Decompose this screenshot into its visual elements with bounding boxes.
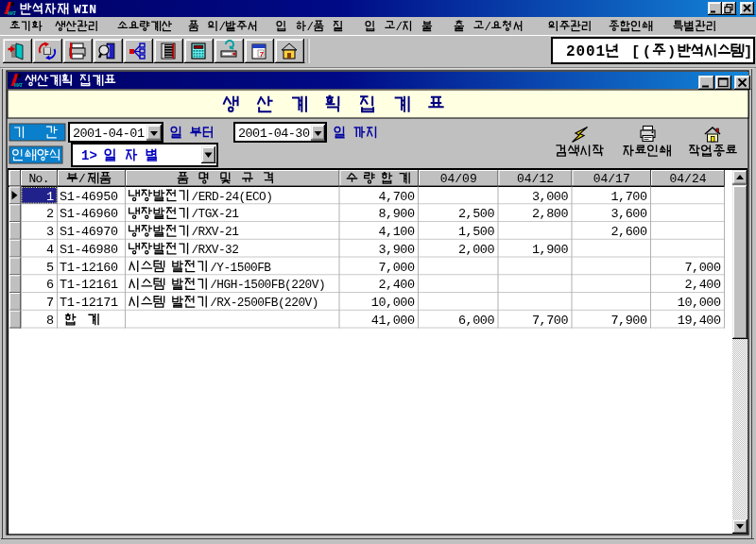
svg-text:7,700: 7,700 <box>532 314 569 328</box>
svg-text:2,600: 2,600 <box>611 225 648 239</box>
svg-text:/: / <box>484 21 491 34</box>
svg-text:2,400: 2,400 <box>379 278 416 292</box>
svg-text:S1-46980: S1-46980 <box>60 243 118 257</box>
svg-text:1,500: 1,500 <box>458 225 495 239</box>
svg-text:2001-04-01: 2001-04-01 <box>73 127 145 141</box>
svg-text:2: 2 <box>46 207 54 221</box>
svg-text:/: / <box>306 21 314 34</box>
svg-text:1: 1 <box>46 190 54 204</box>
svg-text:2,800: 2,800 <box>532 207 569 221</box>
svg-text:/TGX-21: /TGX-21 <box>192 207 240 221</box>
svg-text:/ERD-24(ECO): /ERD-24(ECO) <box>192 190 273 204</box>
svg-text:10,000: 10,000 <box>678 296 721 310</box>
svg-text:7,000: 7,000 <box>379 261 416 275</box>
svg-text:7: 7 <box>260 50 265 59</box>
svg-text:8: 8 <box>46 314 54 328</box>
svg-text:/: / <box>218 21 226 34</box>
svg-text:1,700: 1,700 <box>611 190 648 204</box>
svg-text:/: / <box>78 172 86 186</box>
svg-text:3,000: 3,000 <box>532 190 569 204</box>
svg-text:MAT: MAT <box>14 83 23 88</box>
svg-text:2,500: 2,500 <box>458 207 495 221</box>
svg-text:4,700: 4,700 <box>379 190 416 204</box>
svg-text:S1-46970: S1-46970 <box>60 225 118 239</box>
svg-text:04/09: 04/09 <box>440 172 477 186</box>
svg-text:/HGH-1500FB(220V): /HGH-1500FB(220V) <box>210 278 325 292</box>
svg-text:1>: 1> <box>81 148 97 163</box>
svg-text:04/17: 04/17 <box>593 172 630 186</box>
svg-text:/Y-1500FB: /Y-1500FB <box>210 261 271 275</box>
svg-text:8,900: 8,900 <box>379 207 416 221</box>
svg-text:2,000: 2,000 <box>458 243 495 257</box>
svg-text:6: 6 <box>46 278 54 292</box>
svg-text:7,000: 7,000 <box>685 261 722 275</box>
svg-text:6,000: 6,000 <box>458 314 495 328</box>
svg-text:No.: No. <box>29 172 50 186</box>
svg-text:19,400: 19,400 <box>678 314 721 328</box>
svg-text:T1-12161: T1-12161 <box>60 278 118 292</box>
svg-text:/RX-2500FB(220V): /RX-2500FB(220V) <box>210 296 318 310</box>
svg-text:/: / <box>395 21 403 34</box>
svg-text:4: 4 <box>46 243 54 257</box>
svg-text:5: 5 <box>46 261 54 275</box>
svg-text:2001: 2001 <box>566 43 605 60</box>
svg-text:4,100: 4,100 <box>379 225 416 239</box>
svg-text:/RXV-21: /RXV-21 <box>192 225 240 239</box>
svg-text:3,900: 3,900 <box>379 243 416 257</box>
svg-text:WIN: WIN <box>74 3 96 17</box>
svg-text:7,900: 7,900 <box>611 314 648 328</box>
svg-text:10,000: 10,000 <box>371 296 415 310</box>
svg-text:1,900: 1,900 <box>532 243 569 257</box>
svg-text:04/12: 04/12 <box>517 172 554 186</box>
svg-text:/RXV-32: /RXV-32 <box>192 243 239 257</box>
svg-text:3: 3 <box>46 225 54 239</box>
svg-text:S1-46960: S1-46960 <box>60 207 118 221</box>
svg-text:3,600: 3,600 <box>611 207 648 221</box>
svg-text:2001-04-30: 2001-04-30 <box>238 127 310 141</box>
svg-text:): ) <box>667 43 676 60</box>
svg-text:S1-46950: S1-46950 <box>60 190 118 204</box>
svg-text:2,400: 2,400 <box>685 278 722 292</box>
svg-text:T1-12160: T1-12160 <box>60 261 118 275</box>
svg-text:41,000: 41,000 <box>371 314 415 328</box>
svg-text:MAT: MAT <box>8 11 16 16</box>
svg-text:]: ] <box>744 43 752 60</box>
svg-text:T1-12171: T1-12171 <box>60 296 118 310</box>
svg-text:04/24: 04/24 <box>670 172 707 186</box>
svg-text:7: 7 <box>46 296 54 310</box>
